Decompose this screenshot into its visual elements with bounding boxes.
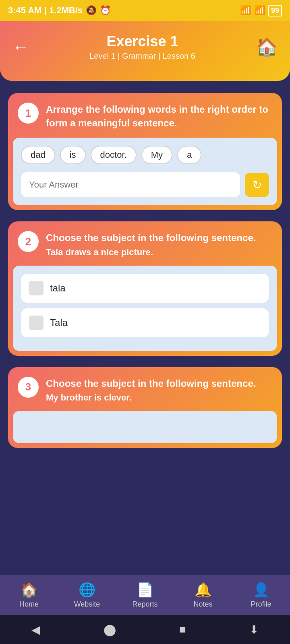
header: ← Exercise 1 Level 1 | Grammar | Lesson …: [0, 21, 290, 81]
signal-icon: 📶: [240, 5, 251, 16]
question-header-3: 3 Choose the subject in the following se…: [8, 367, 282, 411]
choice-label-2-2: Tala: [50, 317, 68, 328]
question-content-2: Choose the subject in the following sent…: [46, 231, 256, 258]
status-left: 3:45 AM | 1.2MB/s 🔕 ⏰: [8, 5, 111, 16]
word-chip-my[interactable]: My: [141, 146, 172, 164]
question-subtext-2: Tala draws a nice picture.: [46, 247, 256, 258]
question-card-3: 3 Choose the subject in the following se…: [8, 367, 282, 448]
home-button[interactable]: 🏠: [256, 37, 278, 58]
home-nav-icon: 🏠: [21, 582, 37, 598]
battery-indicator: 99: [268, 5, 282, 17]
website-nav-icon: 🌐: [79, 582, 95, 598]
bottom-nav: 🏠 Home 🌐 Website 📄 Reports 🔔 Notes 👤 Pro…: [0, 575, 290, 615]
answer-row-1: ↻: [21, 172, 269, 197]
question-header-1: 1 Arrange the following words in the rig…: [8, 93, 282, 138]
android-nav-bar: ◀ ⬤ ■ ⬇: [0, 615, 290, 644]
content-area: 1 Arrange the following words in the rig…: [0, 81, 290, 575]
word-chip-doctor[interactable]: doctor.: [91, 146, 137, 164]
choice-checkbox-2-1[interactable]: [29, 281, 44, 295]
choice-label-2-1: tala: [50, 283, 66, 294]
question-text-2: Choose the subject in the following sent…: [46, 231, 256, 245]
header-title-area: Exercise 1 Level 1 | Grammar | Lesson 6: [89, 33, 195, 61]
question-text-1: Arrange the following words in the right…: [46, 103, 272, 130]
android-down-button[interactable]: ⬇: [249, 623, 259, 636]
question-content-3: Choose the subject in the following sent…: [46, 377, 256, 403]
nav-item-website[interactable]: 🌐 Website: [58, 582, 116, 609]
question-card-1: 1 Arrange the following words in the rig…: [8, 93, 282, 210]
question-header-2: 2 Choose the subject in the following se…: [8, 221, 282, 266]
choice-checkbox-2-2[interactable]: [29, 316, 44, 330]
time-text: 3:45 AM | 1.2MB/s: [8, 5, 83, 16]
profile-nav-icon: 👤: [253, 582, 269, 598]
reports-nav-icon: 📄: [137, 582, 153, 598]
android-recent-button[interactable]: ■: [179, 623, 186, 636]
choice-option-2-2[interactable]: Tala: [21, 308, 269, 337]
mute-icon: 🔕: [86, 5, 97, 16]
question-number-2: 2: [18, 231, 39, 252]
android-home-button[interactable]: ⬤: [104, 623, 116, 636]
home-nav-label: Home: [19, 600, 39, 609]
android-back-button[interactable]: ◀: [31, 623, 40, 636]
website-nav-label: Website: [74, 600, 100, 609]
back-button[interactable]: ←: [12, 39, 29, 56]
nav-item-reports[interactable]: 📄 Reports: [116, 582, 174, 609]
word-chip-is[interactable]: is: [60, 146, 86, 164]
nav-item-profile[interactable]: 👤 Profile: [232, 582, 290, 609]
question-body-2: tala Tala: [13, 266, 277, 351]
word-chips-1: dad is doctor. My a: [21, 146, 269, 164]
question-number-1: 1: [18, 103, 39, 124]
notes-nav-icon: 🔔: [195, 582, 211, 598]
exercise-title: Exercise 1: [89, 33, 195, 50]
question-subtext-3: My brother is clever.: [46, 392, 256, 403]
question-body-3: [13, 411, 277, 443]
question-text-3: Choose the subject in the following sent…: [46, 377, 256, 390]
refresh-button-1[interactable]: ↻: [245, 173, 269, 197]
alarm-icon: ⏰: [100, 5, 111, 16]
status-right: 📶 📶 99: [240, 5, 282, 17]
reports-nav-label: Reports: [132, 600, 157, 609]
answer-input-1[interactable]: [21, 172, 240, 197]
question-card-2: 2 Choose the subject in the following se…: [8, 221, 282, 356]
wifi-icon: 📶: [254, 5, 265, 16]
nav-item-notes[interactable]: 🔔 Notes: [174, 582, 232, 609]
word-chip-a[interactable]: a: [177, 146, 201, 164]
status-bar: 3:45 AM | 1.2MB/s 🔕 ⏰ 📶 📶 99: [0, 0, 290, 21]
nav-item-home[interactable]: 🏠 Home: [0, 582, 58, 609]
exercise-subtitle: Level 1 | Grammar | Lesson 6: [89, 52, 195, 61]
question-body-1: dad is doctor. My a ↻: [13, 138, 277, 205]
choice-option-2-1[interactable]: tala: [21, 274, 269, 303]
question-number-3: 3: [18, 377, 39, 398]
notes-nav-label: Notes: [193, 600, 212, 609]
word-chip-dad[interactable]: dad: [21, 146, 55, 164]
profile-nav-label: Profile: [251, 600, 271, 609]
